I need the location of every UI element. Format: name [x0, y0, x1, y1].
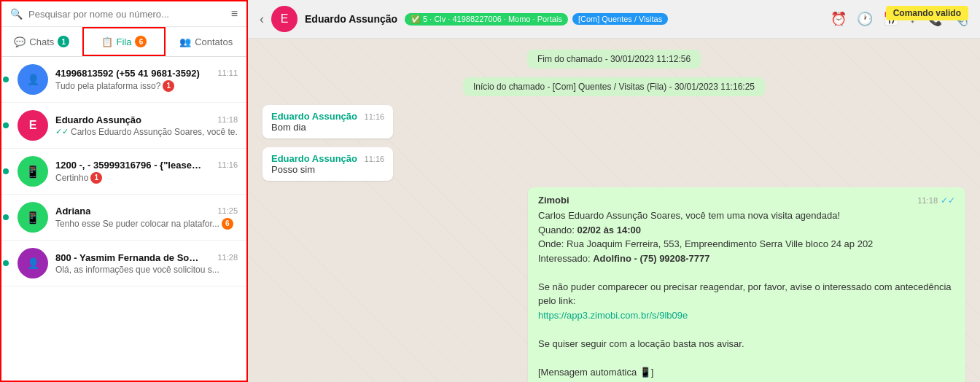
chat-time: 11:18 [217, 115, 238, 124]
message-left: Eduardo Assunção 11:16 Posso sim [262, 147, 965, 181]
bubble-text: Posso sim [271, 164, 384, 175]
back-arrow[interactable]: ‹ [260, 12, 264, 27]
tab-chats-badge: 1 [58, 36, 69, 47]
list-item[interactable]: E Eduardo Assunção 11:18 ✓✓ Carlos Eduar… [1, 103, 246, 149]
status-banner: Comando valido [886, 6, 968, 20]
menu-icon[interactable]: ≡ [231, 7, 238, 20]
chat-name: Eduardo Assunção [55, 114, 141, 125]
list-item[interactable]: 👤 41996813592 (+55 41 9681-3592) 11:11 T… [1, 57, 246, 103]
online-dot [3, 122, 9, 128]
avatar: 👤 [18, 64, 48, 95]
chat-time: 11:28 [217, 253, 238, 262]
bubble-sender: Eduardo Assunção [271, 111, 357, 122]
bubble-body: Carlos Eduardo Assunção Soares, você tem… [538, 208, 955, 379]
chat-item-header: 1200 -, - 35999316796 - {"lease_approach… [55, 160, 238, 171]
online-dot [3, 168, 9, 174]
bubble: Eduardo Assunção 11:16 Posso sim [262, 147, 393, 181]
sidebar: 🔍 ≡ 💬 Chats 1 📋 Fila 6 👥 Contatos 👤 [0, 0, 248, 382]
search-bar: 🔍 ≡ [1, 1, 246, 27]
chat-content: Eduardo Assunção 11:18 ✓✓ Carlos Eduardo… [55, 114, 238, 137]
chat-item-header: 41996813592 (+55 41 9681-3592) 11:11 [55, 68, 238, 79]
search-icon: 🔍 [10, 8, 23, 20]
tab-fila[interactable]: 📋 Fila 6 [82, 27, 166, 56]
search-input[interactable] [28, 9, 225, 20]
check-icon: ✓✓ [55, 127, 69, 136]
chat-preview: Tudo pela plataforma isso? 1 [55, 80, 238, 92]
system-message: Fim do chamado - 30/01/2023 11:12:56 [527, 50, 701, 69]
chat-header-bar: ‹ E Eduardo Assunção ✅ 5 · Clv · 4198822… [248, 0, 980, 39]
tab-bar: 💬 Chats 1 📋 Fila 6 👥 Contatos [1, 27, 246, 57]
chat-content: Adriana 11:25 Tenho esse Se puder coloca… [55, 206, 238, 230]
messages-area: Fim do chamado - 30/01/2023 11:12:56 Iní… [248, 39, 980, 382]
main-chat-area: ‹ E Eduardo Assunção ✅ 5 · Clv · 4198822… [248, 0, 980, 382]
bubble-header: Zimobi 11:18 ✓✓ [538, 195, 955, 206]
avatar: 👤 [18, 248, 48, 278]
tab-chats-label: Chats [29, 36, 54, 47]
chat-item-header: Eduardo Assunção 11:18 [55, 114, 238, 125]
message-right: Zimobi 11:18 ✓✓ Carlos Eduardo Assunção … [528, 187, 965, 382]
bubble-text: Bom dia [271, 122, 384, 133]
clock-icon[interactable]: 🕐 [857, 11, 873, 27]
contact-name: Eduardo Assunção [305, 13, 397, 25]
chat-time: 11:16 [217, 160, 238, 169]
bubble: Eduardo Assunção 11:16 Bom dia [262, 105, 393, 139]
contatos-icon: 👥 [179, 36, 191, 47]
online-dot [3, 214, 9, 220]
tab-fila-badge: 6 [135, 36, 147, 47]
tab-chats[interactable]: 💬 Chats 1 [1, 27, 82, 56]
chat-name: 1200 -, - 35999316796 - {"lease_approach… [55, 160, 201, 171]
chat-name: Adriana [55, 206, 90, 217]
system-message: Início do chamado - [Com] Quentes / Visi… [463, 77, 765, 96]
bubble-sender: Zimobi [538, 195, 569, 206]
online-dot [3, 260, 9, 266]
chat-time: 11:25 [217, 206, 238, 215]
avatar: 📱 [18, 156, 48, 187]
online-dot [3, 77, 9, 82]
chat-content: 800 - Yasmim Fernanda de Souza Dias - 21… [55, 252, 238, 275]
fila-icon: 📋 [101, 36, 113, 47]
double-check-icon: ✓✓ [941, 195, 955, 206]
contact-avatar: E [271, 6, 298, 32]
chat-preview: Tenho esse Se puder colocar na platafor.… [55, 218, 238, 230]
tab-contatos[interactable]: 👥 Contatos [166, 27, 246, 56]
chat-name: 800 - Yasmim Fernanda de Souza Dias - 21… [55, 252, 201, 263]
avatar: E [18, 110, 48, 141]
tag-green: ✅ 5 · Clv · 41988227006 · Momo · Portais [405, 13, 568, 26]
bubble-sender: Eduardo Assunção [271, 153, 357, 164]
bubble-time: 11:16 [365, 155, 385, 163]
unread-badge: 1 [163, 80, 174, 92]
chat-item-header: 800 - Yasmim Fernanda de Souza Dias - 21… [55, 252, 238, 263]
message-left: Eduardo Assunção 11:16 Bom dia [262, 105, 965, 139]
chat-preview: Certinho 1 [55, 172, 238, 184]
chat-content: 41996813592 (+55 41 9681-3592) 11:11 Tud… [55, 68, 238, 92]
list-item[interactable]: 📱 1200 -, - 35999316796 - {"lease_approa… [1, 149, 246, 195]
tab-contatos-label: Contatos [195, 36, 233, 47]
list-item[interactable]: 👤 800 - Yasmim Fernanda de Souza Dias - … [1, 241, 246, 286]
bubble-time: 11:18 [917, 196, 938, 205]
tab-fila-label: Fila [117, 36, 132, 47]
list-item[interactable]: 📱 Adriana 11:25 Tenho esse Se puder colo… [1, 195, 246, 241]
unread-badge: 6 [222, 218, 233, 230]
chat-item-header: Adriana 11:25 [55, 206, 238, 217]
header-tags: ✅ 5 · Clv · 41988227006 · Momo · Portais… [405, 13, 668, 26]
avatar: 📱 [18, 202, 48, 233]
bubble-time: 11:16 [365, 112, 385, 121]
chat-list: 👤 41996813592 (+55 41 9681-3592) 11:11 T… [1, 57, 246, 381]
zimobi-link[interactable]: https://app3.zimobi.com.br/s/9lb09e [538, 310, 688, 321]
chat-time: 11:11 [217, 69, 238, 77]
chat-name: 41996813592 (+55 41 9681-3592) [55, 68, 200, 79]
chat-preview: ✓✓ Carlos Eduardo Assunção Soares, você … [55, 127, 238, 137]
chat-content: 1200 -, - 35999316796 - {"lease_approach… [55, 160, 238, 184]
tag-blue: [Com] Quentes / Visitas [572, 13, 668, 25]
chat-preview: Olá, as informações que você solicitou s… [55, 265, 238, 275]
alarm-icon[interactable]: ⏰ [831, 11, 847, 27]
unread-badge: 1 [90, 172, 102, 184]
chat-icon: 💬 [14, 36, 26, 47]
